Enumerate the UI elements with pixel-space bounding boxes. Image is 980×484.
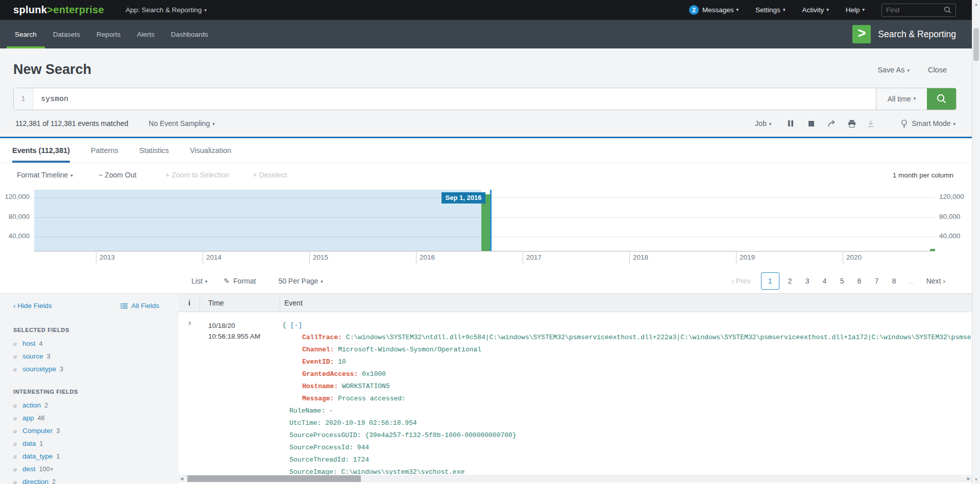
download-icon[interactable] [867,120,874,128]
field-item-source[interactable]: asource3 [13,350,179,363]
all-fields-button[interactable]: All Fields [120,302,159,310]
event-sampling-menu[interactable]: No Event Sampling▾ [149,119,214,128]
page-button-1[interactable]: 1 [761,272,779,290]
horizontal-scrollbar[interactable]: ◀ ▶ [179,475,972,482]
help-menu[interactable]: Help▾ [846,6,865,14]
time-range-picker[interactable]: All time▾ [876,88,927,110]
field-name[interactable]: sourcetype [22,365,56,373]
field-item-direction[interactable]: adirection2 [13,475,179,484]
find-input[interactable] [886,6,944,14]
save-as-menu[interactable]: Save As▾ [877,66,910,74]
display-controls: List▾ ✎Format 50 Per Page▾ [191,277,323,285]
vertical-scrollbar[interactable]: ▲ ▼ [972,0,980,484]
search-button[interactable] [927,88,956,110]
page-button-7[interactable]: 7 [868,277,886,285]
field-name[interactable]: dest [22,465,36,473]
field-item-action[interactable]: aaction2 [13,399,179,412]
scroll-up-icon[interactable]: ▲ [972,2,980,7]
x-axis-tick [629,251,630,264]
field-item-data[interactable]: adata1 [13,437,179,450]
stop-button[interactable] [808,120,815,127]
logo-splunk: splunk [13,4,47,15]
list-view-menu[interactable]: List▾ [191,277,207,285]
field-item-computer[interactable]: aComputer3 [13,424,179,437]
horizontal-scroll-thumb[interactable] [187,475,361,482]
scroll-right-icon[interactable]: ▶ [967,476,970,481]
tab-visualization[interactable]: Visualization [190,146,231,163]
page-button-8[interactable]: 8 [886,277,903,285]
pause-button[interactable] [788,120,794,127]
field-name[interactable]: direction [22,478,48,484]
nav-item-search[interactable]: Search [7,20,45,48]
messages-menu[interactable]: 2Messages▾ [689,5,739,15]
nav-item-dashboards[interactable]: Dashboards [163,20,216,48]
field-name[interactable]: source [22,352,43,360]
field-item-dest[interactable]: adest100+ [13,463,179,475]
search-mode-menu[interactable]: Smart Mode▾ [912,119,955,128]
hide-fields-button[interactable]: ‹ Hide Fields [13,302,52,310]
vertical-scroll-thumb[interactable] [973,28,979,61]
print-icon[interactable] [848,120,856,128]
job-menu[interactable]: Job▾ [755,119,771,128]
field-name[interactable]: app [22,414,34,422]
field-item-app[interactable]: aapp46 [13,412,179,424]
nav-item-alerts[interactable]: Alerts [129,20,163,48]
nav-item-reports[interactable]: Reports [88,20,129,48]
per-page-menu[interactable]: 50 Per Page▾ [278,277,323,285]
collapse-link[interactable]: [-] [290,321,302,329]
tab-statistics[interactable]: Statistics [139,146,169,163]
field-name[interactable]: data_type [22,452,53,460]
scroll-left-icon[interactable]: ◀ [180,476,183,481]
app-menu[interactable]: App: Search & Reporting▾ [126,6,207,14]
list-label: List [191,277,203,285]
field-name[interactable]: host [22,340,36,347]
timeline-histogram[interactable]: Sep 1, 2016 40,00040,00080,00080,000120,… [0,187,980,268]
chevron-left-icon: ‹ [13,302,17,310]
tab-events-112-381[interactable]: Events (112,381) [12,146,70,163]
field-item-sourcetype[interactable]: asourcetype3 [13,363,179,375]
selection-edge-handle[interactable] [490,190,492,251]
timeline-selection[interactable] [34,190,481,251]
zoom-out-button[interactable]: −Zoom Out [99,171,136,179]
page-button-6[interactable]: 6 [851,277,868,285]
activity-menu[interactable]: Activity▾ [802,6,828,14]
field-count: 2 [44,402,48,409]
tab-patterns[interactable]: Patterns [91,146,118,163]
find-search-box[interactable] [881,4,956,17]
json-value: Microsoft-Windows-Sysmon/Operational [338,346,481,353]
settings-menu[interactable]: Settings▾ [755,6,785,14]
event-json-line: SourceProcessGUID: {39e4a257-f132-5f8b-1… [282,429,972,442]
field-name[interactable]: data [22,440,36,447]
page-button-3[interactable]: 3 [799,277,816,285]
help-label: Help [846,6,860,14]
logo-gt: > [47,4,53,15]
search-input[interactable] [41,95,876,104]
share-icon[interactable] [828,120,837,127]
field-item-host[interactable]: ahost4 [13,337,179,350]
event-json-line: SourceProcessId: 944 [282,442,972,454]
scroll-down-icon[interactable]: ▼ [972,477,980,482]
field-type-icon: a [13,401,22,410]
field-name[interactable]: action [22,401,41,409]
close-button[interactable]: Close [928,66,947,74]
bulb-icon [901,119,908,128]
y-axis-label-left: 40,000 [0,232,30,240]
page-button-2[interactable]: 2 [781,277,799,285]
json-value: SourceProcessId: 944 [289,444,369,451]
deselect-button[interactable]: ×Deselect [253,171,287,179]
next-page-button[interactable]: Next › [926,277,945,285]
field-name[interactable]: Computer [22,427,53,435]
page-button-4[interactable]: 4 [816,277,834,285]
json-key: CallTrace: [302,334,346,341]
field-item-data-type[interactable]: adata_type1 [13,450,179,463]
json-value: { [282,321,290,329]
zoom-to-selection-button[interactable]: +Zoom to Selection [165,171,229,179]
page-button-5[interactable]: 5 [834,277,851,285]
event-json-line: Channel: Microsoft-Windows-Sysmon/Operat… [282,344,972,356]
splunk-logo[interactable]: splunk>enterprise [13,4,104,16]
format-menu[interactable]: ✎Format [224,277,256,285]
nav-item-datasets[interactable]: Datasets [45,20,88,48]
search-icon [944,6,951,14]
expand-event-chevron-icon[interactable]: › [179,312,200,327]
format-timeline-menu[interactable]: Format Timeline▾ [17,171,73,179]
